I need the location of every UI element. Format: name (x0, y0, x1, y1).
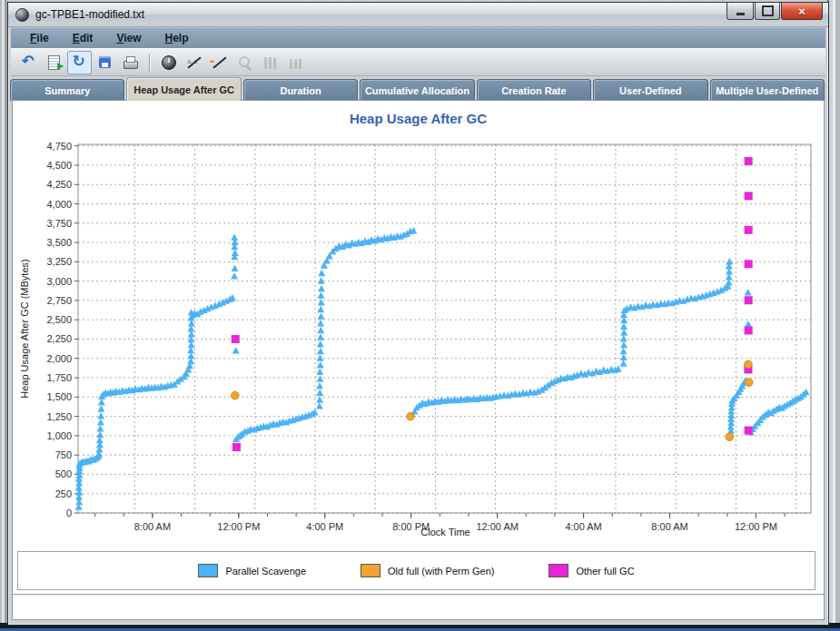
legend-label: Parallel Scavenge (225, 566, 306, 577)
svg-text:3,500: 3,500 (46, 237, 72, 248)
minimize-icon (736, 13, 745, 15)
legend-swatch (361, 564, 380, 577)
zoom-icon (236, 54, 254, 72)
tab-heap-usage-after-gc[interactable]: Heap Usage After GC (126, 77, 241, 101)
maximize-icon (762, 5, 774, 16)
hide-full-gc-marks-button[interactable] (207, 51, 232, 74)
svg-text:3,750: 3,750 (46, 218, 72, 229)
tab-user-defined[interactable]: User-Defined (593, 79, 707, 101)
desktop: { "window": { "title": "gc-TPBE1-modifie… (0, 0, 840, 631)
tab-multiple-user-defined[interactable]: Multiple User-Defined (710, 79, 825, 101)
open-report-button[interactable] (42, 51, 66, 74)
app-window: gc-TPBE1-modified.txt × FileEditViewHelp… (7, 2, 829, 626)
close-icon: × (798, 5, 805, 18)
hide-scavenge-marks-icon (185, 54, 203, 72)
menu-bar: FileEditViewHelp (11, 27, 825, 48)
frequency-histogram-button (283, 51, 308, 74)
window-controls: × (726, 3, 823, 20)
svg-text:4,750: 4,750 (46, 141, 72, 152)
minimize-button[interactable] (726, 3, 754, 20)
svg-text:2,750: 2,750 (46, 295, 72, 306)
refresh-button[interactable] (67, 51, 92, 74)
undo-icon (20, 54, 38, 72)
clock-button[interactable] (156, 51, 181, 74)
hide-scavenge-marks-button[interactable] (182, 51, 206, 74)
svg-text:4,500: 4,500 (46, 160, 72, 171)
svg-text:1,500: 1,500 (46, 391, 72, 402)
tab-creation-rate[interactable]: Creation Rate (477, 79, 591, 101)
y-axis-title: Heap Usage After GC (MBytes) (19, 211, 30, 447)
panel-divider (13, 594, 824, 596)
tab-duration[interactable]: Duration (243, 79, 358, 101)
menu-file[interactable]: File (18, 32, 61, 44)
chart-panel: Heap Usage After GC 02505007501,0001,250… (12, 100, 825, 620)
histogram-icon (262, 54, 280, 72)
svg-text:1,750: 1,750 (46, 372, 72, 383)
title-bar[interactable]: gc-TPBE1-modified.txt × (8, 3, 828, 27)
svg-text:2,500: 2,500 (46, 314, 72, 325)
svg-text:2,250: 2,250 (46, 333, 72, 344)
svg-text:500: 500 (55, 468, 72, 479)
print-button[interactable] (118, 51, 143, 74)
toolbar-separator (149, 54, 151, 72)
maximize-button[interactable] (755, 3, 780, 20)
open-report-icon (45, 54, 64, 72)
menu-edit[interactable]: Edit (61, 32, 105, 44)
background-window-edge-right (827, 0, 840, 631)
svg-text:4,250: 4,250 (46, 179, 72, 190)
svg-text:2,000: 2,000 (46, 353, 72, 364)
tab-summary[interactable]: Summary (10, 79, 124, 101)
legend-item: Old full (with Perm Gen) (361, 564, 494, 577)
background-window-edge-left (0, 0, 7, 631)
svg-text:750: 750 (55, 449, 72, 460)
tab-cumulative-allocation[interactable]: Cumulative Allocation (360, 79, 474, 101)
menu-view[interactable]: View (104, 32, 153, 44)
legend-swatch (198, 564, 218, 577)
chart-legend: Parallel ScavengeOld full (with Perm Gen… (17, 551, 815, 590)
app-clock-icon (15, 8, 29, 22)
svg-text:0: 0 (66, 508, 72, 518)
legend-item: Parallel Scavenge (198, 564, 306, 577)
save-button[interactable] (93, 51, 117, 74)
window-title: gc-TPBE1-modified.txt (35, 8, 144, 21)
legend-swatch (548, 564, 568, 577)
frequency-histogram-icon (287, 54, 305, 72)
legend-label: Old full (with Perm Gen) (388, 566, 494, 577)
refresh-icon (71, 54, 89, 72)
zoom-button (232, 51, 257, 74)
print-icon (122, 54, 140, 72)
save-icon (96, 54, 114, 72)
x-axis-title: Clock Time (79, 527, 812, 537)
tab-bar: SummaryHeap Usage After GCDurationCumula… (10, 77, 825, 101)
legend-item: Other full GC (548, 564, 634, 577)
histogram-button (258, 51, 282, 74)
svg-text:3,250: 3,250 (46, 256, 72, 267)
menu-help[interactable]: Help (153, 32, 201, 44)
legend-label: Other full GC (576, 566, 634, 577)
chart-plot: 02505007501,0001,2501,5001,7502,0002,250… (13, 101, 824, 547)
svg-text:1,000: 1,000 (46, 430, 72, 441)
hide-full-gc-marks-icon (211, 54, 229, 72)
svg-text:250: 250 (55, 488, 72, 499)
toolbar (11, 48, 825, 76)
clock-icon (160, 54, 178, 72)
undo-button[interactable] (16, 51, 41, 74)
svg-text:1,250: 1,250 (46, 411, 72, 422)
svg-text:3,000: 3,000 (46, 276, 72, 287)
close-button[interactable]: × (781, 3, 823, 20)
svg-text:4,000: 4,000 (46, 199, 72, 210)
